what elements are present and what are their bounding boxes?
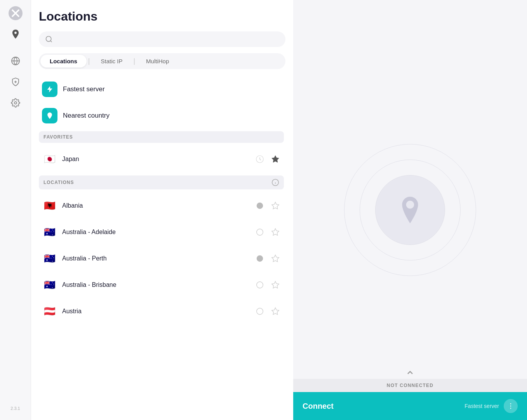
star-austria[interactable] <box>270 306 281 317</box>
list-item-australia-brisbane[interactable]: 🇦🇺 Australia - Brisbane <box>39 272 284 298</box>
star-australia-adelaide[interactable] <box>270 227 281 238</box>
signal-albania <box>254 200 265 211</box>
globe-icon <box>11 56 20 66</box>
fastest-server-icon-bg <box>42 82 57 97</box>
svg-marker-17 <box>272 229 279 235</box>
left-panel: Locations Locations | Static IP | MultiH… <box>31 0 293 420</box>
flag-australia-adelaide: 🇦🇺 <box>42 224 57 240</box>
connection-status: NOT CONNECTED <box>293 379 527 392</box>
svg-point-14 <box>257 203 263 209</box>
chevron-up-icon <box>405 368 415 377</box>
sidebar-item-shield[interactable] <box>6 72 25 92</box>
tab-locations[interactable]: Locations <box>40 55 87 68</box>
svg-point-5 <box>14 102 17 104</box>
app-version: 2.3.1 <box>10 406 20 414</box>
list-item-austria[interactable]: 🇦🇹 Austria <box>39 298 284 325</box>
info-icon[interactable] <box>271 179 279 186</box>
vpn-logo <box>395 194 426 226</box>
tab-static-ip[interactable]: Static IP <box>92 55 132 68</box>
app-logo <box>8 26 23 42</box>
location-name-albania: Albania <box>62 202 250 209</box>
flag-austria: 🇦🇹 <box>42 304 57 319</box>
sidebar-nav <box>6 51 25 403</box>
connect-panel: NOT CONNECTED Connect Fastest server <box>293 363 527 420</box>
flag-albania: 🇦🇱 <box>42 198 57 213</box>
svg-point-25 <box>510 406 511 407</box>
signal-austria <box>254 306 265 317</box>
lightning-icon <box>46 85 54 93</box>
search-bar <box>39 31 285 47</box>
star-australia-perth[interactable] <box>270 253 281 264</box>
signal-japan <box>254 154 265 165</box>
sidebar-item-settings[interactable] <box>6 93 25 113</box>
svg-marker-21 <box>272 281 279 288</box>
svg-point-22 <box>257 308 263 315</box>
svg-point-16 <box>257 229 263 236</box>
svg-line-7 <box>50 41 52 42</box>
flag-japan: 🇯🇵 <box>42 151 57 167</box>
tab-multihop[interactable]: MultiHop <box>137 55 178 68</box>
location-name-australia-adelaide: Australia - Adelaide <box>62 229 250 236</box>
svg-marker-23 <box>272 308 279 314</box>
svg-point-20 <box>257 282 263 288</box>
search-input[interactable] <box>56 36 279 43</box>
nearest-country-label: Nearest country <box>63 112 110 120</box>
tab-divider: | <box>87 57 92 65</box>
svg-point-24 <box>510 403 511 404</box>
signal-australia-perth <box>254 253 265 264</box>
chevron-row[interactable] <box>293 363 527 379</box>
fastest-server-item[interactable]: Fastest server <box>39 77 284 102</box>
svg-point-26 <box>510 408 511 409</box>
location-name-australia-brisbane: Australia - Brisbane <box>62 281 250 288</box>
list-item-albania[interactable]: 🇦🇱 Albania <box>39 193 284 219</box>
star-japan[interactable] <box>270 154 281 165</box>
location-icon <box>46 112 54 120</box>
tab-divider-2: | <box>132 57 137 65</box>
list-item-australia-adelaide[interactable]: 🇦🇺 Australia - Adelaide <box>39 219 284 245</box>
close-button[interactable] <box>9 6 23 20</box>
star-albania[interactable] <box>270 200 281 211</box>
favorites-section-header: FAVORITES <box>39 131 284 143</box>
sidebar: 2.3.1 <box>0 0 31 420</box>
favorites-label: FAVORITES <box>43 134 73 140</box>
sidebar-item-globe[interactable] <box>6 51 25 71</box>
flag-australia-perth: 🇦🇺 <box>42 251 57 266</box>
connect-button[interactable]: Connect Fastest server <box>293 392 527 420</box>
right-panel: NOT CONNECTED Connect Fastest server <box>293 0 527 420</box>
page-title: Locations <box>39 9 285 24</box>
list-item-australia-perth[interactable]: 🇦🇺 Australia - Perth <box>39 245 284 272</box>
nearest-country-icon-bg <box>42 108 57 123</box>
connect-button-label: Connect <box>303 402 334 411</box>
svg-marker-19 <box>272 255 279 262</box>
connect-menu-button[interactable] <box>504 399 518 413</box>
location-name-japan: Japan <box>62 156 250 163</box>
settings-icon <box>11 98 20 108</box>
locations-label: LOCATIONS <box>43 180 74 185</box>
flag-australia-brisbane: 🇦🇺 <box>42 277 57 293</box>
fastest-server-label: Fastest server <box>63 85 105 93</box>
vpn-logo-container <box>344 144 476 276</box>
location-name-austria: Austria <box>62 308 250 315</box>
tabs: Locations | Static IP | MultiHop <box>39 53 285 69</box>
menu-icon <box>507 402 515 410</box>
nearest-country-item[interactable]: Nearest country <box>39 103 284 128</box>
connect-button-right: Fastest server <box>464 399 518 413</box>
svg-marker-15 <box>272 202 279 209</box>
shield-plus-icon <box>11 77 20 87</box>
locations-section-header: LOCATIONS <box>39 175 284 189</box>
svg-point-18 <box>257 255 263 262</box>
location-name-australia-perth: Australia - Perth <box>62 255 250 262</box>
search-icon <box>45 35 53 43</box>
svg-point-6 <box>46 36 51 42</box>
scroll-area: Fastest server Nearest country FAVORITES… <box>39 77 285 420</box>
signal-australia-brisbane <box>254 279 265 290</box>
star-australia-brisbane[interactable] <box>270 279 281 290</box>
connect-server-label: Fastest server <box>464 403 499 409</box>
signal-australia-adelaide <box>254 227 265 238</box>
list-item-japan[interactable]: 🇯🇵 Japan <box>39 146 284 172</box>
svg-marker-10 <box>272 156 279 162</box>
